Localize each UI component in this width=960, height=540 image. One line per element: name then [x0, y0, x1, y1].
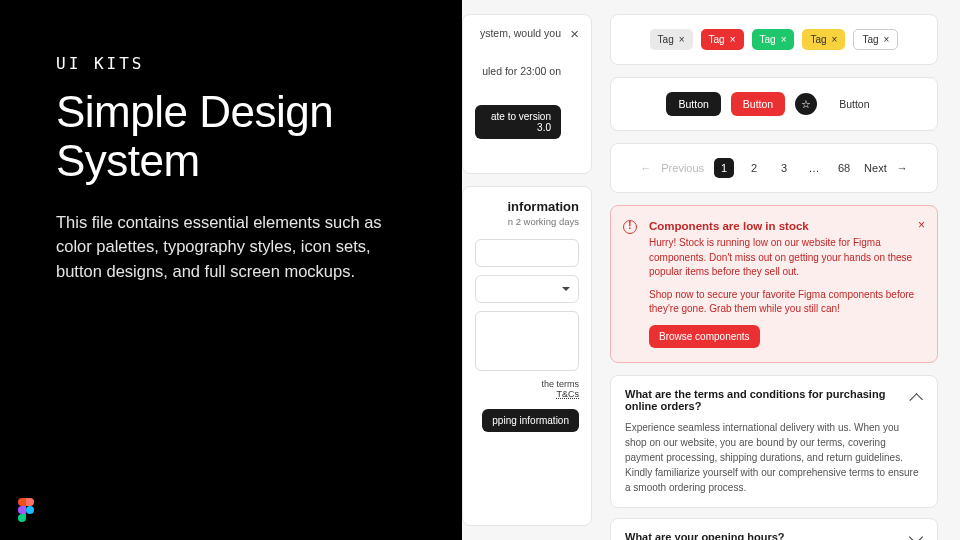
accordion-header[interactable]: What are the terms and conditions for pu… — [625, 388, 923, 412]
text-field[interactable] — [475, 239, 579, 267]
button-red[interactable]: Button — [731, 92, 785, 116]
update-modal-card: × ystem, would you uled for 23:00 on ate… — [462, 14, 592, 174]
page-ellipsis: … — [804, 158, 824, 178]
svg-point-0 — [26, 506, 34, 514]
shipping-info-card: information n 2 working days the terms T… — [462, 186, 592, 526]
buttons-card: Button Button ☆ Button — [610, 77, 938, 131]
arrow-left-icon: ← — [640, 162, 651, 174]
tag-default[interactable]: Tag× — [650, 29, 693, 50]
close-icon[interactable]: × — [679, 34, 685, 45]
page-1[interactable]: 1 — [714, 158, 734, 178]
modal-text-fragment: uled for 23:00 on — [475, 65, 561, 77]
accordion: What are the terms and conditions for pu… — [610, 375, 938, 541]
page-2[interactable]: 2 — [744, 158, 764, 178]
tag-outline[interactable]: Tag× — [853, 29, 898, 50]
close-icon[interactable]: × — [730, 34, 736, 45]
tag-green[interactable]: Tag× — [752, 29, 795, 50]
chevron-down-icon — [909, 529, 923, 540]
alert-icon — [623, 220, 637, 234]
hero-panel: UI KITS Simple Design System This file c… — [0, 0, 462, 540]
star-icon[interactable]: ☆ — [795, 93, 817, 115]
hero-body: This file contains essential elements su… — [56, 210, 414, 284]
next-button[interactable]: Next — [864, 162, 887, 174]
page-3[interactable]: 3 — [774, 158, 794, 178]
alert-title: Components are low in stock — [649, 220, 921, 232]
prev-button: Previous — [661, 162, 704, 174]
accordion-header[interactable]: What are your opening hours? — [625, 531, 923, 541]
button-plain[interactable]: Button — [827, 92, 881, 116]
accordion-body: Experience seamless international delive… — [625, 420, 923, 495]
close-icon[interactable]: × — [781, 34, 787, 45]
arrow-right-icon: → — [897, 162, 908, 174]
alert-body: Shop now to secure your favorite Figma c… — [649, 288, 921, 317]
close-icon[interactable]: × — [832, 34, 838, 45]
hero-title: Simple Design System — [56, 87, 414, 186]
pagination-card: ← Previous 1 2 3 … 68 Next → — [610, 143, 938, 193]
button-dark[interactable]: Button — [666, 92, 720, 116]
textarea-field[interactable] — [475, 311, 579, 371]
close-icon[interactable]: × — [918, 218, 925, 232]
hero-kicker: UI KITS — [56, 54, 414, 73]
close-icon[interactable]: × — [570, 25, 579, 42]
accordion-item: What are your opening hours? — [610, 518, 938, 541]
browse-components-button[interactable]: Browse components — [649, 325, 760, 348]
alert-card: × Components are low in stock Hurry! Sto… — [610, 205, 938, 363]
tag-red[interactable]: Tag× — [701, 29, 744, 50]
tag-yellow[interactable]: Tag× — [802, 29, 845, 50]
select-field[interactable] — [475, 275, 579, 303]
component-sheet: × ystem, would you uled for 23:00 on ate… — [462, 0, 960, 540]
close-icon[interactable]: × — [884, 34, 890, 45]
accordion-item: What are the terms and conditions for pu… — [610, 375, 938, 508]
figma-logo-icon — [18, 498, 34, 522]
shipping-title: information — [475, 199, 579, 214]
terms-link[interactable]: T&Cs — [557, 389, 580, 399]
alert-body: Hurry! Stock is running low on our websi… — [649, 236, 921, 280]
update-button[interactable]: ate to version 3.0 — [475, 105, 561, 139]
page-68[interactable]: 68 — [834, 158, 854, 178]
modal-text-fragment: ystem, would you — [475, 27, 561, 39]
shipping-subtitle: n 2 working days — [475, 216, 579, 227]
tags-card: Tag× Tag× Tag× Tag× Tag× — [610, 14, 938, 65]
terms-text: the terms T&Cs — [475, 379, 579, 399]
submit-shipping-button[interactable]: pping information — [482, 409, 579, 432]
